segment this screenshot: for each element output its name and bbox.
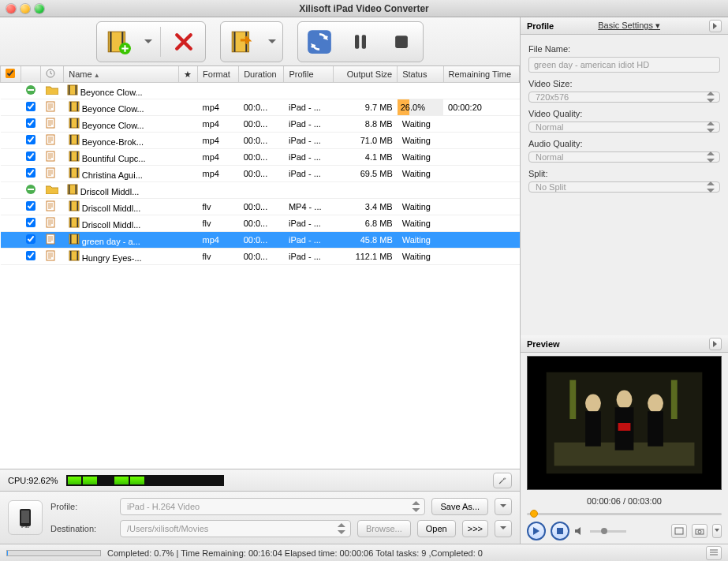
transfer-button[interactable]: >>> xyxy=(462,520,488,537)
remove-button[interactable] xyxy=(166,25,202,58)
svg-rect-42 xyxy=(47,218,54,227)
table-row[interactable]: Driscoll Middl... flv 00:0... MP4 - ... … xyxy=(1,199,520,215)
minimize-window-button[interactable] xyxy=(21,4,30,13)
row-profile: iPad - ... xyxy=(284,232,334,249)
profile-panel-expand[interactable] xyxy=(709,20,722,32)
split-label: Split: xyxy=(528,169,720,178)
convert-button[interactable] xyxy=(301,25,338,58)
save-as-button[interactable]: Save As... xyxy=(431,498,488,515)
volume-slider[interactable] xyxy=(590,530,626,533)
file-list[interactable]: Name ★ Format Duration Profile Output Si… xyxy=(0,66,520,469)
film-icon xyxy=(69,121,80,130)
col-header-check[interactable] xyxy=(1,66,21,83)
row-checkbox[interactable] xyxy=(26,102,35,111)
col-header-remaining[interactable]: Remaining Time xyxy=(443,66,519,83)
col-header-format[interactable]: Format xyxy=(198,66,239,83)
row-checkbox[interactable] xyxy=(26,118,35,128)
svg-rect-64 xyxy=(618,423,631,431)
collapse-icon[interactable] xyxy=(26,185,35,194)
film-arrow-icon xyxy=(229,28,256,55)
snapshot-button[interactable] xyxy=(692,524,707,538)
table-row[interactable]: Christina Agui... mp4 00:0... iPad - ...… xyxy=(1,166,520,182)
table-row[interactable]: Driscoll Middl... flv 00:0... iPad - ...… xyxy=(1,215,520,232)
svg-rect-61 xyxy=(585,411,601,446)
row-checkbox[interactable] xyxy=(26,151,35,161)
output-profile-button[interactable] xyxy=(224,25,260,58)
table-group-row[interactable]: Driscoll Middl... xyxy=(1,182,520,199)
row-name: Christina Agui... xyxy=(82,170,143,180)
row-name: Beyonce Clow... xyxy=(82,121,144,130)
video-size-select[interactable]: 720x576 xyxy=(528,92,720,103)
file-name-field[interactable]: green day - american idiot HD xyxy=(528,57,720,73)
row-checkbox[interactable] xyxy=(26,234,35,244)
chevron-down-icon xyxy=(144,38,152,46)
svg-text:iPad: iPad xyxy=(21,524,29,529)
svg-rect-7 xyxy=(308,30,331,54)
browse-button[interactable]: Browse... xyxy=(357,520,411,537)
row-checkbox[interactable] xyxy=(26,135,35,144)
col-header-size[interactable]: Output Size xyxy=(333,66,397,83)
audio-quality-select[interactable]: Normal xyxy=(528,151,720,163)
col-header-star[interactable]: ★ xyxy=(179,66,198,83)
list-icon xyxy=(709,549,719,557)
col-header-duration[interactable]: Duration xyxy=(239,66,284,83)
chevron-down-icon xyxy=(268,38,276,46)
document-icon xyxy=(46,220,55,230)
close-window-button[interactable] xyxy=(6,4,16,13)
stop-button[interactable] xyxy=(383,25,420,58)
svg-rect-49 xyxy=(77,234,78,244)
table-row[interactable]: Beyonce Clow... mp4 00:0... iPad - ... 8… xyxy=(1,116,520,133)
table-row[interactable]: Beyonce Clow... mp4 00:0... iPad - ... 9… xyxy=(1,99,520,116)
col-header-profile[interactable]: Profile xyxy=(284,66,334,83)
preview-video[interactable] xyxy=(527,356,722,490)
zoom-window-button[interactable] xyxy=(35,4,44,13)
video-quality-select[interactable]: Normal xyxy=(528,122,720,133)
film-icon xyxy=(69,170,80,180)
film-icon xyxy=(69,237,80,246)
preview-scrubber[interactable] xyxy=(527,509,722,518)
table-row[interactable]: green day - a... mp4 00:0... iPad - ... … xyxy=(1,232,520,249)
volume-icon[interactable] xyxy=(574,525,585,537)
row-checkbox[interactable] xyxy=(26,201,35,211)
row-name: Driscoll Middl... xyxy=(82,204,141,213)
fullscreen-button[interactable] xyxy=(671,524,687,538)
svg-rect-10 xyxy=(395,36,408,48)
open-button[interactable]: Open xyxy=(417,520,456,537)
basic-settings-dropdown[interactable]: Basic Settings ▾ xyxy=(598,21,660,31)
transfer-dropdown[interactable] xyxy=(495,520,512,537)
col-header-group[interactable] xyxy=(21,66,41,83)
save-as-dropdown[interactable] xyxy=(495,498,512,515)
preview-stop-button[interactable] xyxy=(551,522,569,540)
row-checkbox[interactable] xyxy=(26,251,35,260)
preview-panel-title: Preview xyxy=(527,339,560,349)
row-checkbox[interactable] xyxy=(26,168,35,178)
row-checkbox[interactable] xyxy=(26,218,35,227)
preview-panel-expand[interactable] xyxy=(709,338,722,350)
svg-rect-53 xyxy=(77,251,78,260)
table-row[interactable]: Hungry Eyes-... flv 00:0... iPad - ... 1… xyxy=(1,249,520,265)
table-row[interactable]: Beyonce-Brok... mp4 00:0... iPad - ... 7… xyxy=(1,133,520,149)
collapse-icon[interactable] xyxy=(26,85,35,95)
log-button[interactable] xyxy=(706,546,722,560)
cpu-settings-button[interactable] xyxy=(493,473,512,488)
svg-rect-14 xyxy=(75,85,77,95)
add-file-button[interactable] xyxy=(100,25,136,58)
col-header-status[interactable]: Status xyxy=(398,66,443,83)
video-quality-label: Video Quality: xyxy=(528,109,720,118)
row-remaining: 00:00:20 xyxy=(443,99,519,116)
cpu-meter xyxy=(66,475,224,486)
pause-button[interactable] xyxy=(342,25,379,58)
destination-field[interactable]: /Users/xilisoft/Movies xyxy=(120,520,351,537)
split-select[interactable]: No Split xyxy=(528,181,720,193)
chevron-down-icon xyxy=(500,525,506,532)
col-header-name[interactable]: Name xyxy=(64,66,179,83)
output-profile-dropdown[interactable] xyxy=(265,25,279,58)
add-file-dropdown[interactable] xyxy=(141,25,155,58)
profile-select[interactable]: iPad - H.264 Video xyxy=(120,498,425,515)
play-button[interactable] xyxy=(527,522,546,540)
document-icon xyxy=(46,104,55,114)
snapshot-dropdown[interactable] xyxy=(712,524,722,538)
table-group-row[interactable]: Beyonce Clow... xyxy=(1,83,520,99)
col-header-icon[interactable] xyxy=(41,66,64,83)
table-row[interactable]: Bountiful Cupc... mp4 00:0... iPad - ...… xyxy=(1,149,520,166)
